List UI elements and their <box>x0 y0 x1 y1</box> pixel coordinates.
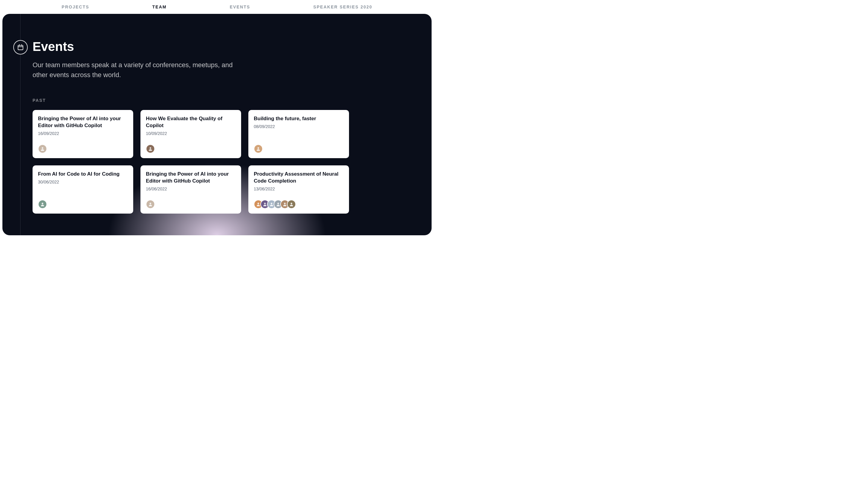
svg-point-5 <box>150 147 151 149</box>
avatar <box>287 200 296 209</box>
event-card-title: Bringing the Power of AI into your Edito… <box>38 116 128 129</box>
event-card-top: Building the future, faster08/09/2022 <box>254 116 344 129</box>
event-card-top: From AI for Code to AI for Coding30/06/2… <box>38 171 128 184</box>
section-title: Events <box>33 39 432 54</box>
svg-point-7 <box>41 203 43 204</box>
avatar <box>38 144 47 153</box>
nav-projects[interactable]: PROJECTS <box>62 4 89 9</box>
event-card-avatars <box>254 144 344 153</box>
svg-point-11 <box>271 203 272 204</box>
nav-speaker-series[interactable]: SPEAKER SERIES 2020 <box>313 4 372 9</box>
event-card[interactable]: How We Evaluate the Quality of Copilot10… <box>141 110 241 158</box>
svg-point-10 <box>264 203 266 204</box>
event-card-avatars <box>146 144 236 153</box>
event-card-title: From AI for Code to AI for Coding <box>38 171 128 178</box>
section-subtitle: Our team members speak at a variety of c… <box>33 60 250 80</box>
event-card[interactable]: Building the future, faster08/09/2022 <box>248 110 349 158</box>
avatar <box>146 200 155 209</box>
event-card-avatars <box>254 200 344 209</box>
content-area: Events Our team members speak at a varie… <box>2 14 432 214</box>
svg-point-9 <box>257 203 259 204</box>
svg-point-13 <box>284 203 285 204</box>
top-nav: PROJECTS TEAM EVENTS SPEAKER SERIES 2020 <box>0 0 434 14</box>
avatar <box>146 144 155 153</box>
event-card-date: 10/09/2022 <box>146 131 236 136</box>
event-card[interactable]: Bringing the Power of AI into your Edito… <box>141 165 241 214</box>
event-card-avatars <box>146 200 236 209</box>
section-icon-wrap <box>13 40 28 55</box>
event-card-top: Productivity Assessment of Neural Code C… <box>254 171 344 191</box>
event-card-title: Building the future, faster <box>254 116 344 122</box>
subsection-label-past: PAST <box>33 98 432 103</box>
calendar-icon <box>17 44 24 51</box>
event-card-top: How We Evaluate the Quality of Copilot10… <box>146 116 236 136</box>
event-card-date: 16/06/2022 <box>146 187 236 191</box>
svg-point-14 <box>290 203 292 204</box>
event-card[interactable]: Bringing the Power of AI into your Edito… <box>33 110 133 158</box>
event-card[interactable]: Productivity Assessment of Neural Code C… <box>248 165 349 214</box>
svg-rect-0 <box>18 45 23 50</box>
event-card-avatars <box>38 144 128 153</box>
event-card-title: Productivity Assessment of Neural Code C… <box>254 171 344 185</box>
event-card-title: How We Evaluate the Quality of Copilot <box>146 116 236 129</box>
event-card[interactable]: From AI for Code to AI for Coding30/06/2… <box>33 165 133 214</box>
event-card-avatars <box>38 200 128 209</box>
event-card-top: Bringing the Power of AI into your Edito… <box>146 171 236 191</box>
svg-point-6 <box>257 147 259 149</box>
avatar <box>254 144 263 153</box>
event-card-date: 13/06/2022 <box>254 187 344 191</box>
nav-events[interactable]: EVENTS <box>230 4 250 9</box>
event-card-date: 30/06/2022 <box>38 180 128 184</box>
events-grid: Bringing the Power of AI into your Edito… <box>33 110 432 214</box>
event-card-date: 16/09/2022 <box>38 131 128 136</box>
event-card-date: 08/09/2022 <box>254 124 344 129</box>
event-card-top: Bringing the Power of AI into your Edito… <box>38 116 128 136</box>
avatar <box>38 200 47 209</box>
event-card-title: Bringing the Power of AI into your Edito… <box>146 171 236 185</box>
svg-point-8 <box>150 203 151 204</box>
svg-point-4 <box>41 147 43 149</box>
main-panel: Events Our team members speak at a varie… <box>2 14 432 235</box>
nav-team[interactable]: TEAM <box>152 4 167 9</box>
svg-point-12 <box>277 203 279 204</box>
